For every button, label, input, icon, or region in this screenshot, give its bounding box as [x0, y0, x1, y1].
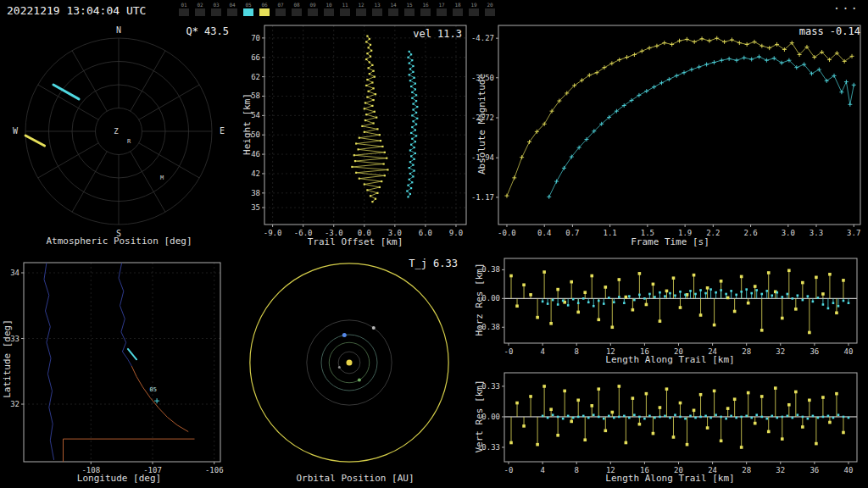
- horz-res-y-axis-label: Horz Res [km]: [474, 253, 485, 347]
- longitude-x-axis-label: Longitude [deg]: [0, 473, 238, 484]
- panel-ground-map: -108-107-10634333205 Latitude [deg] Long…: [0, 251, 238, 488]
- svg-text:E: E: [220, 126, 225, 136]
- body-sun: [347, 360, 353, 366]
- station-toggle-13[interactable]: 13: [371, 2, 383, 16]
- panel-horizontal-residuals: -04812162024283236400.380.00-0.38 Horz R…: [472, 251, 868, 369]
- timestamp: 20221219 13:04:04 UTC: [7, 4, 146, 17]
- station-toggle-19[interactable]: 19: [468, 2, 480, 16]
- river-west: [44, 263, 54, 460]
- station-indicator: [453, 8, 463, 16]
- gridlines: [24, 263, 220, 462]
- svg-text:35: 35: [251, 203, 260, 212]
- station-toggle-16[interactable]: 16: [420, 2, 431, 16]
- horz-res-x-axis-label: Length Along Trail [km]: [472, 354, 868, 365]
- svg-text:0.00: 0.00: [481, 413, 500, 421]
- series-station-06: [504, 36, 854, 198]
- vert-res-y-axis-label: Vert Res [km]: [474, 370, 485, 463]
- station-indicator: [420, 8, 431, 16]
- station-toggle-14[interactable]: 14: [387, 2, 399, 16]
- svg-text:N: N: [116, 25, 121, 35]
- menu-dots[interactable]: ···: [833, 2, 860, 15]
- station-map-marker: 05: [150, 386, 160, 404]
- q-value-label: Q* 43.5: [186, 25, 229, 37]
- panel-light-curve: -0.00.40.71.11.51.92.22.63.03.33.7-4.27-…: [472, 20, 868, 251]
- svg-text:42: 42: [251, 169, 260, 178]
- series-station-05: [542, 413, 849, 419]
- station-number: 08: [293, 2, 299, 8]
- series-station-06: [351, 35, 388, 202]
- ground-map-plot: -108-107-10634333205: [0, 251, 238, 488]
- svg-text:-4.27: -4.27: [472, 34, 494, 42]
- plot-frame: [264, 25, 466, 225]
- station-toggle-08[interactable]: 08: [291, 2, 303, 16]
- svg-text:W: W: [13, 126, 19, 136]
- station-number: 01: [181, 2, 186, 8]
- station-toggle-17[interactable]: 17: [436, 2, 448, 16]
- app-screen: 20221219 13:04:04 UTC 010203040506070809…: [0, 0, 868, 488]
- series-station-06: [509, 269, 845, 334]
- axis-ticks: -108-107-106343332: [10, 269, 223, 474]
- frame-time-x-axis-label: Frame Time [s]: [472, 236, 868, 247]
- station-number: 13: [374, 2, 380, 8]
- plot-frame: [24, 263, 220, 462]
- station-indicator: [211, 8, 221, 16]
- station-toggle-10[interactable]: 10: [323, 2, 335, 16]
- station-indicator: [308, 8, 318, 16]
- axis-ticks: -04812162024283236400.330.00-0.33: [477, 382, 853, 474]
- station-toggle-20[interactable]: 20: [484, 2, 496, 16]
- station-number: 06: [261, 2, 267, 8]
- series-station-05: [406, 51, 418, 198]
- station-toggle-11[interactable]: 11: [339, 2, 351, 16]
- station-number: 20: [487, 2, 492, 8]
- body-mercury: [338, 366, 341, 369]
- station-toggle-07[interactable]: 07: [275, 2, 287, 16]
- station-strip: 0102030405060708091011121314151617181920: [178, 2, 500, 16]
- mass-label: mass -0.14: [799, 25, 860, 37]
- velocity-label: vel 11.3: [413, 28, 462, 40]
- horizontal-residuals-plot: -04812162024283236400.380.00-0.38: [472, 251, 868, 369]
- svg-text:0.38: 0.38: [481, 265, 500, 274]
- svg-text:05: 05: [150, 386, 157, 393]
- station-toggle-02[interactable]: 02: [194, 2, 206, 16]
- svg-text:38: 38: [251, 189, 260, 197]
- station-toggle-01[interactable]: 01: [178, 2, 190, 16]
- station-toggle-18[interactable]: 18: [452, 2, 464, 16]
- body-earth: [342, 333, 347, 337]
- station-05-trail: [53, 85, 79, 99]
- body-mars: [372, 326, 376, 330]
- station-number: 09: [309, 2, 315, 8]
- station-toggle-06[interactable]: 06: [259, 2, 270, 16]
- orbit-plot: [238, 251, 472, 488]
- vert-res-x-axis-label: Length Along Trail [km]: [472, 473, 868, 484]
- station-06-trail: [25, 136, 44, 146]
- plot-frame: [504, 258, 857, 343]
- station-indicator: [356, 8, 366, 16]
- svg-text:70: 70: [251, 34, 260, 42]
- vertical-residuals-plot: -04812162024283236400.330.00-0.33: [472, 369, 868, 488]
- station-indicator: [485, 8, 495, 16]
- station-toggle-15[interactable]: 15: [403, 2, 415, 16]
- station-toggle-12[interactable]: 12: [355, 2, 367, 16]
- tisserand-label: T_j 6.33: [409, 258, 458, 269]
- station-indicator: [437, 8, 447, 16]
- station-toggle-03[interactable]: 03: [210, 2, 222, 16]
- body-venus: [358, 379, 361, 382]
- station-number: 14: [390, 2, 396, 8]
- station-toggle-04[interactable]: 04: [226, 2, 238, 16]
- station-indicator: [388, 8, 398, 16]
- svg-text:34: 34: [10, 269, 19, 277]
- panel-height-profile: -9.0-6.0-3.00.03.06.09.07066625854504642…: [238, 20, 472, 251]
- station-number: 04: [229, 2, 235, 8]
- station-indicator: [227, 8, 237, 16]
- station-toggle-09[interactable]: 09: [307, 2, 319, 16]
- svg-text:0.00: 0.00: [481, 294, 500, 302]
- station-indicator: [195, 8, 205, 16]
- solar-system-bodies: [338, 326, 376, 382]
- axis-ticks: -9.0-6.0-3.00.03.06.09.07066625854504642…: [251, 34, 463, 237]
- atmospheric-position-plot: NSEWZRM: [0, 20, 238, 251]
- station-toggle-05[interactable]: 05: [242, 2, 254, 16]
- height-y-axis-label: Height [km]: [242, 82, 253, 167]
- orbit-x-axis-label: Orbital Position [AU]: [238, 473, 472, 484]
- svg-text:Z: Z: [114, 127, 119, 136]
- station-number: 11: [342, 2, 348, 8]
